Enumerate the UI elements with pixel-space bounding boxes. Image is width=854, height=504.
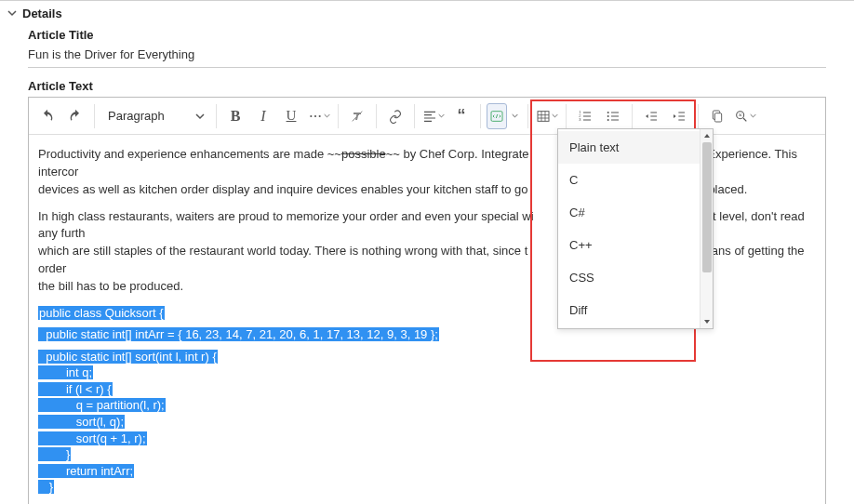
- redo-button[interactable]: [62, 103, 88, 129]
- dropdown-item-cpp[interactable]: C++: [558, 229, 700, 261]
- more-formatting-button[interactable]: [306, 103, 332, 129]
- code-block-selection: public class Quicksort { public static i…: [38, 305, 816, 496]
- indent-button[interactable]: [666, 103, 692, 129]
- undo-button[interactable]: [34, 103, 60, 129]
- dropdown-item-plaintext[interactable]: Plain text: [558, 131, 700, 164]
- code-language-dropdown: Plain text C C# C++ CSS Diff: [557, 128, 714, 329]
- link-button[interactable]: [382, 103, 408, 129]
- details-heading: Details: [22, 7, 62, 20]
- code-block-dropdown[interactable]: [507, 103, 522, 129]
- clear-format-button[interactable]: [344, 103, 370, 129]
- bold-button[interactable]: B: [222, 103, 248, 129]
- outdent-button[interactable]: [638, 103, 664, 129]
- dropdown-item-csharp[interactable]: C#: [558, 196, 700, 229]
- svg-point-0: [310, 114, 312, 116]
- svg-point-2: [319, 114, 321, 116]
- dropdown-item-c[interactable]: C: [558, 164, 700, 196]
- article-title-value[interactable]: Fun is the Driver for Everything: [28, 46, 826, 68]
- chevron-down-icon: [195, 112, 205, 121]
- format-select-label: Paragraph: [108, 109, 165, 123]
- underline-button[interactable]: U: [278, 103, 304, 129]
- quote-button[interactable]: “: [448, 103, 474, 129]
- svg-point-11: [607, 119, 609, 121]
- svg-point-9: [607, 112, 609, 113]
- italic-button[interactable]: I: [250, 103, 276, 129]
- svg-point-1: [314, 114, 316, 116]
- chevron-down-icon: [7, 7, 17, 20]
- rich-text-editor: Paragraph B I U “ 123: [28, 97, 826, 504]
- table-button[interactable]: [534, 103, 560, 129]
- details-header[interactable]: Details: [0, 1, 854, 24]
- article-title-label: Article Title: [28, 28, 826, 42]
- dropdown-scrollbar[interactable]: [700, 129, 713, 328]
- svg-rect-13: [714, 113, 721, 121]
- format-select[interactable]: Paragraph: [100, 103, 210, 129]
- unordered-list-button[interactable]: [600, 103, 626, 129]
- dropdown-item-css[interactable]: CSS: [558, 261, 700, 294]
- article-text-label: Article Text: [28, 79, 826, 93]
- copy-button[interactable]: [704, 103, 730, 129]
- ordered-list-button[interactable]: 123: [572, 103, 598, 129]
- svg-text:3: 3: [579, 117, 581, 122]
- dropdown-item-diff[interactable]: Diff: [558, 294, 700, 326]
- svg-point-10: [607, 115, 609, 117]
- code-block-button[interactable]: [487, 103, 507, 129]
- align-button[interactable]: [420, 103, 447, 129]
- find-replace-button[interactable]: [732, 103, 758, 129]
- svg-rect-5: [538, 111, 549, 121]
